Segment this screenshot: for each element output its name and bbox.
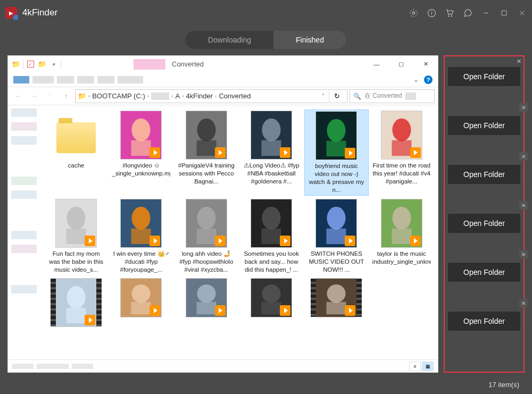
search-input[interactable]: 🔍 在 Converted (350, 89, 435, 103)
details-view-button[interactable]: ≡ (409, 362, 421, 371)
svg-rect-39 (327, 229, 346, 244)
address-bar[interactable]: 📁 › BOOTCAMP (C:) › › A › 4kFinder › Con… (75, 89, 347, 103)
back-button[interactable]: ← (11, 89, 25, 103)
explorer-minimize-button[interactable]: — (364, 56, 389, 72)
tab-finished[interactable]: Finished (273, 31, 346, 49)
play-overlay-icon (215, 305, 226, 316)
svg-rect-30 (131, 229, 151, 244)
row-close-icon[interactable]: ✕ (519, 299, 528, 307)
icons-view-button[interactable]: ▦ (422, 362, 434, 371)
svg-rect-18 (262, 140, 281, 156)
thumbnail (251, 111, 292, 160)
thumbnail (186, 199, 227, 248)
file-item[interactable] (44, 277, 108, 330)
file-label: cache (68, 162, 85, 170)
folder-icon: 📁 (78, 92, 86, 100)
breadcrumb-segment[interactable]: A (175, 92, 180, 100)
breadcrumb-segment[interactable]: 4kFinder (186, 92, 213, 100)
svg-rect-33 (196, 229, 216, 244)
thumbnail (315, 111, 357, 160)
play-overlay-icon (149, 147, 160, 158)
chat-icon[interactable] (463, 8, 472, 18)
maximize-icon[interactable] (499, 8, 509, 18)
thumbnail (186, 111, 227, 160)
file-item[interactable]: Fun fact my mom was the babe in this mus… (44, 198, 108, 275)
breadcrumb-segment[interactable]: BOOTCAMP (C:) (92, 92, 145, 100)
item-count: 17 item(s) (488, 381, 519, 389)
chevron-right-icon: › (170, 93, 174, 99)
thumbnail (251, 278, 292, 317)
file-item[interactable] (109, 277, 173, 330)
minimize-icon[interactable] (481, 8, 491, 18)
svg-rect-21 (327, 141, 346, 156)
side-row: ✕Open Folder (445, 108, 523, 135)
open-folder-button[interactable]: Open Folder (448, 67, 520, 86)
settings-icon[interactable] (409, 8, 418, 18)
file-item[interactable]: SWITCH PHONES MUSIC VIDEO OUT NOW!!! ... (304, 198, 368, 275)
breadcrumb-segment[interactable]: Converted (219, 92, 251, 100)
svg-point-4 (448, 15, 448, 16)
forward-button[interactable]: → (27, 89, 41, 103)
svg-point-0 (412, 12, 414, 14)
file-item[interactable]: Sometimes you look back and say... how d… (239, 198, 303, 275)
up-button[interactable]: ↑ (59, 89, 73, 103)
folder-icon[interactable]: 📁 (11, 60, 21, 69)
row-close-icon[interactable]: ✕ (519, 201, 528, 209)
file-item[interactable]: boyfriend music video out now -) watch &… (304, 110, 368, 196)
open-folder-button[interactable]: Open Folder (448, 263, 520, 282)
info-icon[interactable] (427, 8, 436, 18)
file-item[interactable] (239, 277, 303, 330)
chevron-down-icon[interactable]: ⌄ (413, 76, 419, 83)
open-folder-button[interactable]: Open Folder (448, 116, 520, 135)
cart-icon[interactable] (445, 8, 454, 18)
svg-rect-51 (196, 301, 216, 314)
app-header: 4kFinder (0, 0, 532, 26)
app-logo-icon (5, 7, 17, 19)
file-item[interactable]: taylor is the music industry_single_unkn… (370, 198, 434, 275)
svg-point-14 (197, 119, 215, 141)
file-item[interactable] (174, 277, 238, 330)
svg-rect-45 (66, 307, 86, 323)
file-label: #PanigaleV4 training sessions with Pecco… (177, 162, 236, 186)
play-overlay-icon (280, 147, 290, 158)
tab-downloading[interactable]: Downloading (186, 31, 273, 49)
chevron-down-icon[interactable]: ˅ (319, 93, 328, 99)
search-placeholder: 在 Converted (364, 91, 402, 100)
folder-icon[interactable]: 📁 (37, 60, 47, 69)
chevron-down-icon[interactable]: ▾ (49, 60, 59, 69)
play-overlay-icon (410, 236, 421, 246)
file-item[interactable]: #PanigaleV4 training sessions with Pecco… (174, 110, 238, 196)
file-item[interactable]: I win every time 👑♂ #ducati #fyp #foryou… (109, 198, 173, 275)
row-close-icon[interactable]: ✕ (519, 152, 528, 161)
folder-item[interactable]: cache (44, 110, 108, 196)
svg-rect-42 (392, 229, 411, 244)
row-close-icon[interactable]: ✕ (519, 250, 528, 258)
svg-rect-12 (131, 140, 151, 156)
play-overlay-icon (280, 236, 290, 246)
svg-point-56 (327, 284, 346, 303)
file-item[interactable] (304, 277, 368, 330)
explorer-maximize-button[interactable]: ▢ (389, 56, 413, 72)
help-icon[interactable]: ? (424, 76, 433, 84)
close-icon[interactable] (517, 8, 527, 18)
select-checkbox-icon[interactable]: ✓ (26, 60, 35, 69)
svg-rect-7 (502, 11, 506, 15)
side-row: Open Folder (445, 60, 523, 86)
open-folder-button[interactable]: Open Folder (448, 312, 520, 331)
side-row: ✕Open Folder (445, 157, 523, 184)
explorer-close-button[interactable]: ✕ (413, 56, 438, 72)
file-label: ⚠Long Video⚠ #fyp #NBA #basketball #gold… (242, 162, 301, 186)
play-overlay-icon (345, 148, 355, 158)
recent-dropdown[interactable]: ˅ (43, 89, 57, 103)
file-item[interactable]: #longvideo ☺_single_unknownp.mp4 (109, 110, 173, 196)
row-close-icon[interactable]: ✕ (519, 103, 528, 112)
file-item[interactable]: long ahh video 🤳 #fyp #hoopswithlolo #vi… (174, 198, 238, 275)
open-folder-button[interactable]: Open Folder (448, 165, 520, 184)
play-overlay-icon (149, 236, 160, 246)
open-folder-button[interactable]: Open Folder (448, 214, 520, 233)
play-overlay-icon (215, 147, 226, 158)
file-item[interactable]: First time on the road this year! #ducat… (370, 110, 434, 196)
thumbnail (55, 111, 97, 160)
refresh-button[interactable]: ↻ (329, 89, 345, 103)
file-item[interactable]: ⚠Long Video⚠ #fyp #NBA #basketball #gold… (239, 110, 303, 196)
